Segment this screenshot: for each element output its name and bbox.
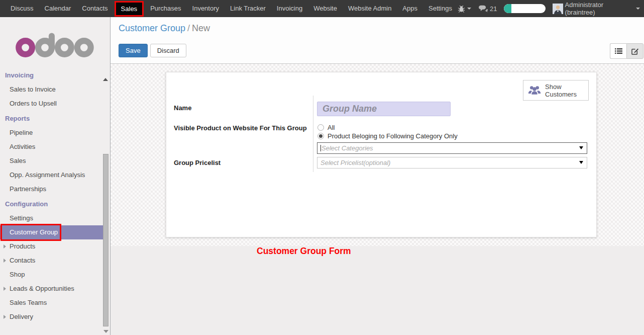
scroll-up-icon[interactable] <box>103 69 108 81</box>
breadcrumb-separator: / <box>185 23 192 33</box>
expand-caret-icon <box>4 259 6 263</box>
dropdown-caret-icon <box>579 146 583 149</box>
show-customers-button[interactable]: Show Customers <box>523 80 589 101</box>
customer-group-form: Show Customers Name Visible Product on W… <box>166 72 597 237</box>
categories-select[interactable]: Select Categories <box>317 142 587 154</box>
pricelist-select[interactable]: Select Pricelist(optional) <box>317 157 587 169</box>
menu-item-invoicing[interactable]: Invoicing <box>271 0 308 17</box>
timer-pill[interactable] <box>504 4 546 13</box>
pricelist-field-label: Group Pricelist <box>174 159 221 166</box>
sidebar-item-orders-to-upsell[interactable]: Orders to Upsell <box>0 97 110 111</box>
list-view-button[interactable] <box>610 43 626 59</box>
odoo-logo <box>0 17 110 59</box>
menu-item-purchases[interactable]: Purchases <box>145 0 186 17</box>
topbar-right: 21 Administrator (braintree) <box>458 1 644 16</box>
scrollbar-thumb[interactable] <box>103 154 109 326</box>
menu-item-inventory[interactable]: Inventory <box>187 0 225 17</box>
section-title-configuration: Configuration <box>0 196 110 211</box>
avatar <box>553 4 563 14</box>
sidebar-item-label: Contacts <box>10 257 35 264</box>
menu-item-apps[interactable]: Apps <box>397 0 423 17</box>
sidebar-item-contacts[interactable]: Contacts <box>0 254 110 268</box>
view-switcher <box>610 43 643 59</box>
scroll-down-icon[interactable] <box>103 330 109 333</box>
expand-caret-icon <box>4 287 6 291</box>
menu-item-discuss[interactable]: Discuss <box>5 0 39 17</box>
menu-item-calendar[interactable]: Calendar <box>39 0 77 17</box>
user-name: Administrator (braintree) <box>565 1 634 16</box>
form-action-buttons: Save Discard <box>119 44 186 57</box>
section-title-invoicing: Invoicing <box>0 67 110 82</box>
radio-category-label: Product Beloging to Following Category O… <box>328 132 458 140</box>
sidebar: Invoicing Sales to Invoice Orders to Ups… <box>0 17 111 335</box>
radio-option-category[interactable]: Product Beloging to Following Category O… <box>317 132 458 140</box>
sidebar-item-label: Delivery <box>10 313 33 320</box>
visibility-field-label: Visible Product on Website For This Grou… <box>174 124 307 132</box>
sidebar-menu: Invoicing Sales to Invoice Orders to Ups… <box>0 67 110 324</box>
annotation-caption: Customer Group Form <box>257 246 351 257</box>
sidebar-item-shop[interactable]: Shop <box>0 268 110 282</box>
menu-item-link-tracker[interactable]: Link Tracker <box>225 0 271 17</box>
breadcrumb-current: New <box>192 23 210 33</box>
content-area: Show Customers Name Visible Product on W… <box>111 64 644 246</box>
form-view-button[interactable] <box>626 43 643 59</box>
save-button[interactable]: Save <box>119 44 148 57</box>
sidebar-item-sales-teams[interactable]: Sales Teams <box>0 296 110 310</box>
menu-item-website[interactable]: Website <box>308 0 343 17</box>
pricelist-placeholder: Select Pricelist(optional) <box>320 159 390 166</box>
chevron-down-icon <box>467 8 471 10</box>
sidebar-item-settings[interactable]: Settings <box>0 211 110 225</box>
menu-item-website-admin[interactable]: Website Admin <box>343 0 397 17</box>
expand-caret-icon <box>4 244 6 248</box>
show-customers-label: Show Customers <box>545 83 588 98</box>
sidebar-item-sales-to-invoice[interactable]: Sales to Invoice <box>0 82 110 97</box>
radio-unchecked-icon[interactable] <box>317 124 324 131</box>
group-name-input[interactable] <box>317 102 451 116</box>
label-column-separator <box>313 96 313 172</box>
sidebar-item-delivery[interactable]: Delivery <box>0 310 110 324</box>
text-cursor <box>320 145 321 151</box>
sidebar-item-pipeline[interactable]: Pipeline <box>0 126 110 140</box>
bottom-strip: Customer Group Form <box>111 246 644 335</box>
form-view-icon <box>631 48 639 55</box>
section-title-reports: Reports <box>0 111 110 126</box>
sidebar-item-label: Leads & Opportunities <box>10 285 74 292</box>
expand-caret-icon <box>4 315 6 319</box>
name-field-label: Name <box>174 104 191 112</box>
radio-all-label: All <box>328 124 335 131</box>
sidebar-item-label: Products <box>10 242 35 250</box>
messages-indicator[interactable]: 21 <box>478 5 497 13</box>
sidebar-item-leads-opportunities[interactable]: Leads & Opportunities <box>0 282 110 296</box>
timer-progress <box>504 4 511 13</box>
message-count: 21 <box>490 5 497 13</box>
bug-icon <box>458 5 465 13</box>
list-view-icon <box>615 48 622 54</box>
sidebar-item-activities[interactable]: Activities <box>0 140 110 154</box>
sidebar-item-partnerships[interactable]: Partnerships <box>0 182 110 196</box>
debug-menu[interactable] <box>458 5 471 13</box>
menu-item-contacts[interactable]: Contacts <box>76 0 113 17</box>
content-header: Customer Group/New Save Discard <box>111 17 644 64</box>
menu-item-settings[interactable]: Settings <box>423 0 458 17</box>
sidebar-item-opp-assignment-analysis[interactable]: Opp. Assignment Analysis <box>0 168 110 182</box>
sidebar-item-customer-group[interactable]: Customer Group <box>0 225 103 239</box>
radio-option-all[interactable]: All <box>317 124 335 131</box>
breadcrumb: Customer Group/New <box>119 23 210 34</box>
sidebar-item-label: Customer Group <box>10 228 58 236</box>
breadcrumb-parent-link[interactable]: Customer Group <box>119 23 185 33</box>
sidebar-item-products[interactable]: Products <box>0 239 110 254</box>
sidebar-item-sales[interactable]: Sales <box>0 154 110 168</box>
topbar-menu: Discuss Calendar Contacts Sales Purchase… <box>0 0 458 17</box>
chevron-down-icon <box>636 8 640 10</box>
user-menu[interactable]: Administrator (braintree) <box>553 1 640 16</box>
categories-placeholder: Select Categories <box>321 144 373 152</box>
discard-button[interactable]: Discard <box>150 44 186 57</box>
topbar: Discuss Calendar Contacts Sales Purchase… <box>0 0 644 17</box>
people-group-icon <box>528 85 541 96</box>
menu-item-sales[interactable]: Sales <box>115 1 144 17</box>
dropdown-caret-icon <box>579 161 583 164</box>
chat-bubbles-icon <box>478 5 488 13</box>
radio-checked-icon[interactable] <box>317 133 324 139</box>
sidebar-scrollbar <box>103 69 109 333</box>
